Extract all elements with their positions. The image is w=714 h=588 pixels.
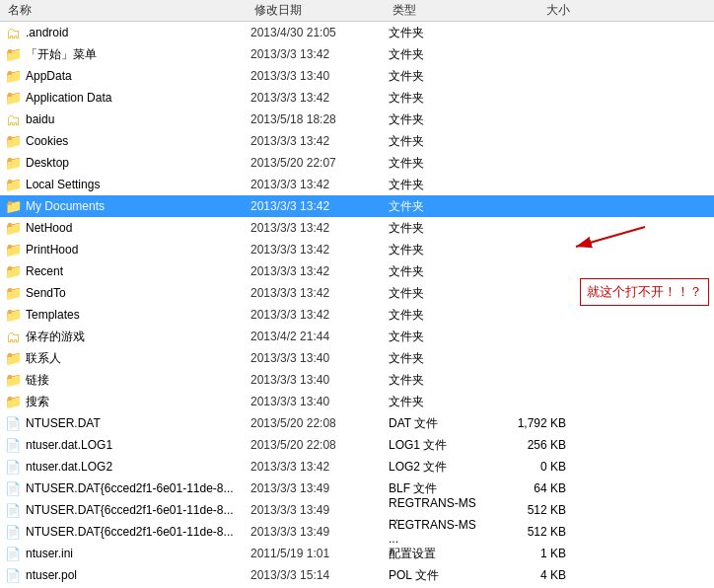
file-name: Cookies <box>26 134 250 148</box>
file-type: 文件夹 <box>389 46 487 63</box>
list-item[interactable]: 🗂 .android 2013/4/30 21:05 文件夹 <box>0 22 714 43</box>
file-name: 链接 <box>26 372 250 389</box>
file-date: 2013/5/20 22:08 <box>250 416 389 430</box>
list-item[interactable]: 📄 NTUSER.DAT{6cced2f1-6e01-11de-8... 201… <box>0 478 714 499</box>
file-icon: 📁 <box>4 132 22 150</box>
file-type: 文件夹 <box>389 220 487 237</box>
list-item[interactable]: 📄 NTUSER.DAT 2013/5/20 22:08 DAT 文件 1,79… <box>0 412 714 434</box>
file-icon: 📄 <box>4 501 22 519</box>
file-type: 文件夹 <box>389 372 487 389</box>
file-date: 2013/3/3 13:42 <box>250 221 389 235</box>
file-icon: 📄 <box>4 479 22 497</box>
col-header-size: 大小 <box>491 2 580 19</box>
file-date: 2013/3/3 13:42 <box>250 91 389 105</box>
file-icon: 📁 <box>4 219 22 237</box>
file-icon: 📄 <box>4 566 22 584</box>
list-item[interactable]: 📁 「开始」菜单 2013/3/3 13:42 文件夹 <box>0 43 714 65</box>
file-icon: 📁 <box>4 371 22 389</box>
file-date: 2013/3/3 13:40 <box>250 373 389 387</box>
file-size: 1,792 KB <box>487 416 576 430</box>
list-item[interactable]: 📄 ntuser.dat.LOG2 2013/3/3 13:42 LOG2 文件… <box>0 456 714 478</box>
file-type: 文件夹 <box>389 350 487 367</box>
file-name: 「开始」菜单 <box>26 46 250 63</box>
file-date: 2013/3/3 13:49 <box>250 525 389 539</box>
file-date: 2013/3/3 13:42 <box>250 308 389 322</box>
file-name: 联系人 <box>26 350 250 367</box>
file-name: 保存的游戏 <box>26 329 250 345</box>
file-size: 512 KB <box>487 503 576 517</box>
file-size: 512 KB <box>487 525 576 539</box>
list-item[interactable]: 📁 Cookies 2013/3/3 13:42 文件夹 <box>0 130 714 152</box>
list-item[interactable]: 📁 Application Data 2013/3/3 13:42 文件夹 <box>0 87 714 109</box>
list-item[interactable]: 📁 Local Settings 2013/3/3 13:42 文件夹 <box>0 174 714 195</box>
file-name: baidu <box>26 112 250 126</box>
column-headers: 名称 修改日期 类型 大小 <box>0 0 714 22</box>
file-icon: 📁 <box>4 306 22 324</box>
file-date: 2013/3/3 13:42 <box>250 286 389 300</box>
list-item[interactable]: 📁 NetHood 2013/3/3 13:42 文件夹 <box>0 217 714 239</box>
file-name: ntuser.pol <box>26 568 250 582</box>
list-item[interactable]: 📁 搜索 2013/3/3 13:40 文件夹 <box>0 391 714 412</box>
file-date: 2013/5/18 18:28 <box>250 112 389 126</box>
list-item[interactable]: 📄 ntuser.pol 2013/3/3 15:14 POL 文件 4 KB <box>0 564 714 586</box>
col-header-date: 修改日期 <box>254 2 393 19</box>
file-date: 2013/5/20 22:07 <box>250 156 389 170</box>
file-date: 2013/4/2 21:44 <box>250 330 389 343</box>
file-name: NetHood <box>26 221 250 235</box>
file-type: 文件夹 <box>389 25 487 41</box>
file-date: 2013/3/3 13:40 <box>250 351 389 365</box>
file-icon: 🗂 <box>4 24 22 41</box>
file-icon: 📁 <box>4 176 22 193</box>
file-icon: 📁 <box>4 154 22 172</box>
file-name: Local Settings <box>26 178 250 191</box>
file-date: 2013/3/3 13:42 <box>250 199 389 213</box>
file-icon: 📁 <box>4 241 22 258</box>
file-type: 文件夹 <box>389 263 487 280</box>
file-name: ntuser.dat.LOG1 <box>26 438 250 452</box>
file-type: 文件夹 <box>389 242 487 258</box>
list-item[interactable]: 📁 链接 2013/3/3 13:40 文件夹 <box>0 369 714 391</box>
list-item[interactable]: 🗂 保存的游戏 2013/4/2 21:44 文件夹 <box>0 326 714 347</box>
list-item[interactable]: 📄 ntuser.ini 2011/5/19 1:01 配置设置 1 KB <box>0 543 714 564</box>
file-date: 2013/3/3 13:42 <box>250 264 389 278</box>
file-icon: 📄 <box>4 436 22 454</box>
list-item[interactable]: 🗂 baidu 2013/5/18 18:28 文件夹 <box>0 109 714 130</box>
file-type: DAT 文件 <box>389 415 487 432</box>
file-date: 2013/3/3 15:14 <box>250 568 389 582</box>
list-item[interactable]: 📁 Templates 2013/3/3 13:42 文件夹 <box>0 304 714 326</box>
file-icon: 📄 <box>4 523 22 541</box>
file-type: 文件夹 <box>389 285 487 302</box>
file-type: 文件夹 <box>389 133 487 150</box>
list-item[interactable]: 📁 联系人 2013/3/3 13:40 文件夹 <box>0 347 714 369</box>
file-size: 1 KB <box>487 547 576 560</box>
file-icon: 📁 <box>4 349 22 367</box>
file-icon: 📁 <box>4 262 22 280</box>
list-item[interactable]: 📁 PrintHood 2013/3/3 13:42 文件夹 <box>0 239 714 260</box>
file-icon: 📁 <box>4 393 22 410</box>
file-type: 配置设置 <box>389 546 487 562</box>
file-name: ntuser.ini <box>26 547 250 560</box>
file-icon: 📁 <box>4 197 22 215</box>
file-type: 文件夹 <box>389 394 487 410</box>
file-date: 2011/5/19 1:01 <box>250 547 389 560</box>
annotation-text: 就这个打不开！！？ <box>580 278 709 306</box>
file-icon: 📄 <box>4 458 22 476</box>
file-name: ntuser.dat.LOG2 <box>26 460 250 474</box>
file-date: 2013/3/3 13:42 <box>250 178 389 191</box>
file-type: 文件夹 <box>389 307 487 324</box>
file-name: NTUSER.DAT{6cced2f1-6e01-11de-8... <box>26 525 250 539</box>
list-item[interactable]: 📄 NTUSER.DAT{6cced2f1-6e01-11de-8... 201… <box>0 521 714 543</box>
file-date: 2013/4/30 21:05 <box>250 26 389 39</box>
file-type: POL 文件 <box>389 567 487 584</box>
file-icon: 📁 <box>4 89 22 107</box>
file-name: Recent <box>26 264 250 278</box>
list-item[interactable]: 📄 ntuser.dat.LOG1 2013/5/20 22:08 LOG1 文… <box>0 434 714 456</box>
list-item[interactable]: 📁 Desktop 2013/5/20 22:07 文件夹 <box>0 152 714 174</box>
list-item[interactable]: 📁 AppData 2013/3/3 13:40 文件夹 <box>0 65 714 87</box>
file-date: 2013/3/3 13:40 <box>250 395 389 408</box>
list-item[interactable]: 📁 My Documents 2013/3/3 13:42 文件夹 <box>0 195 714 217</box>
file-name: NTUSER.DAT{6cced2f1-6e01-11de-8... <box>26 503 250 517</box>
list-item[interactable]: 📄 NTUSER.DAT{6cced2f1-6e01-11de-8... 201… <box>0 499 714 521</box>
file-date: 2013/3/3 13:42 <box>250 134 389 148</box>
file-icon: 📁 <box>4 45 22 63</box>
